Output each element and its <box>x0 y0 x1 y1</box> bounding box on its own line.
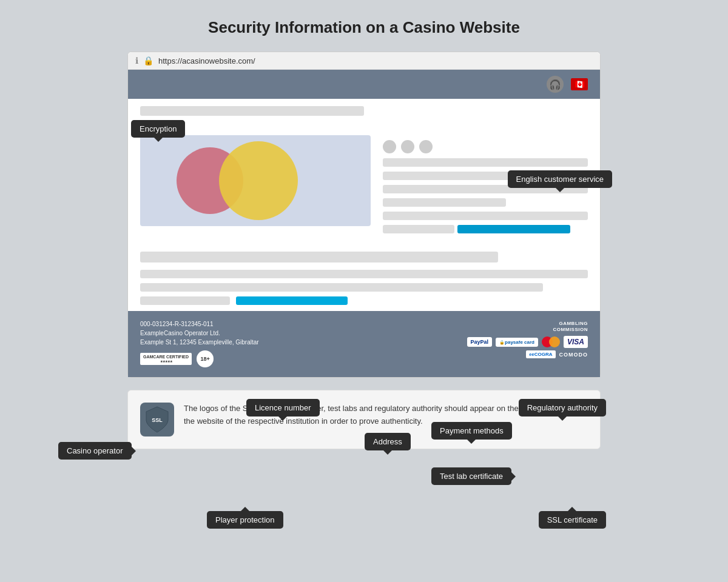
nav-placeholder-1 <box>140 106 364 116</box>
content-left <box>140 135 371 236</box>
headset-icon: 🎧 <box>547 76 564 93</box>
mid-bar-1 <box>140 270 588 278</box>
svg-text:SSL: SSL <box>152 417 163 423</box>
player-protection-tooltip: Player protection <box>207 511 283 529</box>
mid-bar-2 <box>140 283 543 292</box>
flag-icon: 🇨🇦 <box>571 78 588 90</box>
game-image <box>140 135 371 226</box>
licence-number-tooltip: Licence number <box>246 399 320 416</box>
test-lab-tooltip: Test lab certificate <box>431 467 511 485</box>
rbar-4 <box>383 198 506 207</box>
operator-name: ExampleCasino Operator Ltd. <box>140 330 386 336</box>
mid-bar-small <box>140 296 230 305</box>
english-cs-tooltip: English customer service <box>508 170 613 188</box>
gambling-commission-logo: GAMBLING COMMISSION <box>409 321 588 332</box>
circle-2 <box>401 140 414 153</box>
mid-blue-bar <box>236 296 348 305</box>
casino-footer: 000-031234-R-312345-011 ExampleCasino Op… <box>128 311 600 377</box>
payment-methods-tooltip: Payment methods <box>431 422 512 440</box>
regulatory-authority-tooltip: Regulatory authority <box>519 399 606 416</box>
browser-url: https://acasinowebsite.com/ <box>158 56 255 65</box>
rbar-1 <box>383 158 588 167</box>
circle-1 <box>383 140 396 153</box>
licence-text: 000-031234-R-312345-011 <box>140 321 386 327</box>
gamcare-logo: GAMCARE CERTIFIED ★★★★★ <box>140 353 192 365</box>
age-badge: 18+ <box>197 350 214 367</box>
mid-bar-wide <box>140 252 498 263</box>
gray-inline-bar <box>383 225 454 233</box>
info-icon: ℹ <box>135 56 138 65</box>
lock-icon: 🔒 <box>143 56 153 65</box>
paypal-logo: PayPal <box>467 337 493 347</box>
main-card: ℹ 🔒 https://acasinowebsite.com/ 🎧 🇨🇦 <box>127 52 601 378</box>
encryption-tooltip: Encryption <box>131 120 185 138</box>
operator-address: Example St 1, 12345 Exampleville, Gibral… <box>140 339 386 346</box>
casino-nav: 🎧 🇨🇦 <box>128 70 600 99</box>
comodo-logo: COMODO <box>559 352 588 358</box>
cert-logos: eeCOGRA COMODO <box>409 350 588 358</box>
footer-left: 000-031234-R-312345-011 ExampleCasino Op… <box>140 321 386 367</box>
circles-row <box>383 140 588 153</box>
rbar-5 <box>383 212 588 220</box>
blue-bar <box>457 225 570 233</box>
mid-section <box>128 246 600 311</box>
casino-operator-tooltip: Casino operator <box>58 442 132 460</box>
footer-logos: GAMCARE CERTIFIED ★★★★★ 18+ <box>140 350 386 367</box>
address-tooltip: Address <box>365 433 411 450</box>
footer-right: GAMBLING COMMISSION PayPal 🔒paysafe card… <box>409 321 588 358</box>
nav-content-section <box>128 99 600 125</box>
ecogra-logo: eeCOGRA <box>526 350 555 358</box>
casino-mockup: 🎧 🇨🇦 <box>128 70 600 377</box>
paysafe-logo: 🔒paysafe card <box>496 338 538 347</box>
shield-icon: SSL <box>145 406 169 433</box>
mastercard-logo <box>542 336 560 347</box>
ssl-badge: SSL <box>140 403 174 436</box>
circle-yellow <box>219 141 298 220</box>
visa-logo: VISA <box>564 336 588 348</box>
ssl-certificate-tooltip: SSL certificate <box>539 511 606 529</box>
circle-3 <box>419 140 433 153</box>
page-title: Security Information on a Casino Website <box>208 18 520 37</box>
payment-logos: PayPal 🔒paysafe card VISA <box>409 336 588 348</box>
browser-bar: ℹ 🔒 https://acasinowebsite.com/ <box>128 52 600 70</box>
